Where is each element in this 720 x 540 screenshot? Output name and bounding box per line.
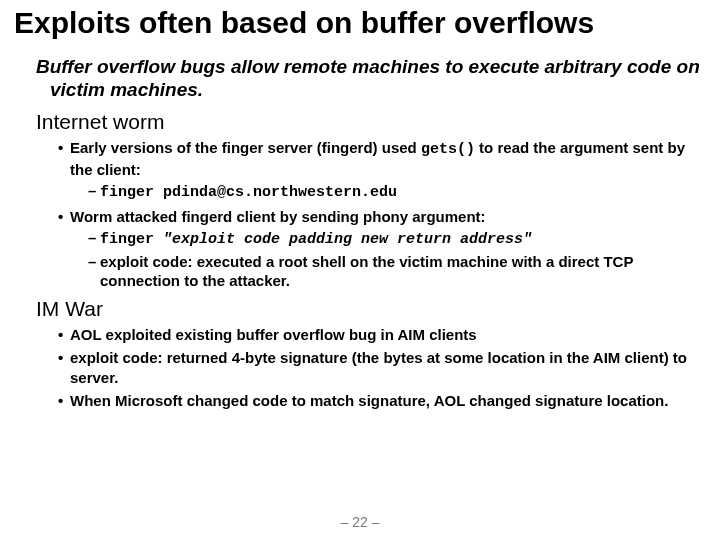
slide-body: Buffer overflow bugs allow remote machin…: [14, 55, 706, 411]
section-heading-im-war: IM War: [36, 297, 706, 321]
text-fragment: Worm attacked fingerd client by sending …: [70, 208, 486, 225]
list-item: AOL exploited existing buffer overflow b…: [58, 325, 706, 345]
list-item: exploit code: executed a root shell on t…: [88, 252, 706, 291]
list-item: When Microsoft changed code to match sig…: [58, 391, 706, 411]
lead-paragraph: Buffer overflow bugs allow remote machin…: [36, 55, 706, 103]
section-heading-internet-worm: Internet worm: [36, 110, 706, 134]
list-item: Worm attacked fingerd client by sending …: [58, 207, 706, 291]
sub-list: finger "exploit code padding new return …: [70, 228, 706, 291]
slide-title: Exploits often based on buffer overflows: [14, 6, 706, 41]
list-item: exploit code: returned 4-byte signature …: [58, 348, 706, 387]
code-finger-exploit-cmd: finger: [100, 231, 163, 248]
code-gets: gets(): [421, 141, 475, 158]
code-finger-cmd: finger pdinda@cs.northwestern.edu: [100, 184, 397, 201]
page-number: – 22 –: [0, 514, 720, 530]
list-item: finger "exploit code padding new return …: [88, 228, 706, 250]
list-item: Early versions of the finger server (fin…: [58, 138, 706, 203]
text-fragment: Early versions of the finger server (fin…: [70, 139, 421, 156]
bullet-list-2: AOL exploited existing buffer overflow b…: [36, 325, 706, 411]
code-finger-exploit-args: "exploit code padding new return address…: [163, 231, 532, 248]
slide: Exploits often based on buffer overflows…: [0, 0, 720, 540]
bullet-list-1: Early versions of the finger server (fin…: [36, 138, 706, 291]
sub-list: finger pdinda@cs.northwestern.edu: [70, 181, 706, 203]
list-item: finger pdinda@cs.northwestern.edu: [88, 181, 706, 203]
